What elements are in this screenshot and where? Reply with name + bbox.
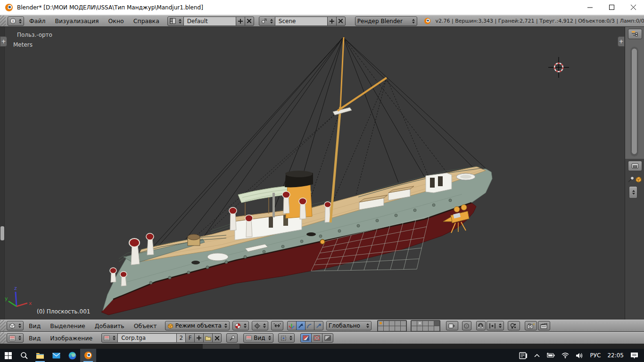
close-button[interactable]: [622, 0, 644, 15]
layer-cell[interactable]: [423, 321, 428, 326]
screen-layout-browse-button[interactable]: [167, 16, 184, 26]
image-pin-button[interactable]: [226, 333, 238, 343]
image-unlink-button[interactable]: [212, 333, 222, 343]
layer-cell[interactable]: [429, 326, 434, 331]
editor-type-selector-image[interactable]: [7, 333, 24, 343]
properties-editor-selector[interactable]: [628, 161, 642, 171]
properties-tab-stepper[interactable]: [629, 186, 637, 198]
search-button[interactable]: [16, 349, 32, 362]
outliner-scrollbar[interactable]: [630, 47, 638, 156]
layer-cell[interactable]: [429, 321, 434, 326]
layer-cell[interactable]: [423, 326, 428, 331]
manipulator-move-button-active[interactable]: [296, 321, 305, 330]
file-explorer-button[interactable]: [32, 349, 48, 362]
blender-taskbar-button[interactable]: [80, 349, 96, 362]
minimize-button[interactable]: [579, 0, 601, 15]
layers-group-1[interactable]: [377, 320, 407, 332]
viewport-shading-selector[interactable]: [232, 321, 249, 330]
menu-object[interactable]: Объект: [130, 322, 161, 329]
menu-image-view[interactable]: Вид: [25, 335, 45, 342]
menu-add[interactable]: Добавить: [91, 322, 129, 329]
image-users-count-button[interactable]: 2: [176, 333, 186, 343]
outliner-scrollbar-thumb[interactable]: [631, 48, 637, 155]
uv-pivot-selector[interactable]: [278, 333, 295, 343]
menu-image[interactable]: Изображение: [46, 335, 97, 342]
header-resize-corner[interactable]: [0, 320, 6, 331]
screen-layout-add-button[interactable]: [236, 16, 245, 26]
news-widgets-icon[interactable]: [519, 352, 528, 359]
editor-type-selector-3dview[interactable]: [7, 321, 24, 330]
layer-cell[interactable]: [401, 321, 406, 326]
image-browse-button[interactable]: [101, 333, 118, 343]
scene-name-field[interactable]: Scene: [275, 16, 328, 26]
menu-file[interactable]: Файл: [25, 17, 50, 25]
action-center-icon[interactable]: [630, 352, 638, 359]
menu-select[interactable]: Выделение: [46, 322, 89, 329]
mail-button[interactable]: [48, 349, 64, 362]
layer-cell[interactable]: [417, 321, 422, 326]
screen-layout-delete-button[interactable]: [245, 16, 254, 26]
layer-cell[interactable]: [395, 326, 400, 331]
outliner-editor-selector[interactable]: [628, 29, 642, 39]
menu-window[interactable]: Окно: [104, 17, 128, 25]
manipulator-rotate-button[interactable]: [305, 321, 314, 330]
fake-user-button[interactable]: F: [185, 333, 195, 343]
clock[interactable]: 22:05: [607, 352, 624, 359]
header-resize-corner[interactable]: [0, 332, 6, 344]
image-name-field[interactable]: Corp.tga: [117, 333, 177, 343]
outliner-panel-collapsed[interactable]: [625, 27, 644, 159]
menu-render[interactable]: Визуализация: [51, 17, 103, 25]
scene-browse-button[interactable]: [259, 16, 275, 26]
scene-add-button[interactable]: [327, 16, 337, 26]
language-indicator[interactable]: РУС: [590, 352, 601, 359]
manipulator-toggle-button[interactable]: [271, 321, 283, 330]
opengl-render-button[interactable]: +: [525, 321, 537, 330]
mode-selector[interactable]: Режим объекта: [165, 321, 230, 330]
screen-layout-name-field[interactable]: Default: [183, 16, 236, 26]
editor-type-selector-info[interactable]: i: [8, 16, 24, 26]
layer-cell[interactable]: [389, 326, 395, 331]
image-new-button[interactable]: [194, 333, 204, 343]
draw-image-button-active[interactable]: [300, 333, 312, 343]
toolshelf-expand-button[interactable]: +: [0, 36, 7, 47]
maximize-button[interactable]: [601, 0, 622, 15]
draw-alpha-button[interactable]: [322, 333, 333, 343]
region-divider-handle[interactable]: [0, 226, 4, 240]
transform-orientation-selector[interactable]: Глобально: [326, 321, 372, 330]
layer-cell[interactable]: [384, 321, 389, 326]
image-open-button[interactable]: [203, 333, 213, 343]
menu-view[interactable]: Вид: [25, 322, 45, 329]
proportional-edit-button[interactable]: [462, 321, 471, 330]
header-resize-corner[interactable]: [0, 16, 6, 26]
menu-help[interactable]: Справка: [129, 17, 164, 25]
properties-region-expand-button[interactable]: +: [618, 36, 625, 47]
snap-toggle-button[interactable]: [476, 321, 486, 330]
layer-cell[interactable]: [378, 321, 383, 326]
layer-cell[interactable]: [412, 326, 417, 331]
manipulator-translate-button[interactable]: [287, 321, 297, 330]
edge-button[interactable]: [64, 349, 80, 362]
layer-cell-active[interactable]: [434, 321, 439, 326]
object-cube-icon[interactable]: [635, 176, 642, 183]
image-display-mode-selector[interactable]: Вид: [243, 333, 273, 343]
scene-delete-button[interactable]: [336, 16, 346, 26]
layer-cell[interactable]: [401, 326, 406, 331]
layer-cell[interactable]: [434, 326, 439, 331]
layer-cell[interactable]: [389, 321, 395, 326]
layer-cell[interactable]: [417, 326, 422, 331]
pivot-point-selector[interactable]: [252, 321, 268, 330]
properties-panel-collapsed[interactable]: [625, 159, 644, 320]
image-editor-content-strip[interactable]: [0, 344, 644, 349]
draw-checker-button[interactable]: [311, 333, 322, 343]
render-visibility-button[interactable]: [508, 321, 520, 330]
snap-element-selector[interactable]: [487, 321, 504, 330]
render-engine-selector[interactable]: Рендер Blender: [355, 16, 417, 26]
start-button[interactable]: [0, 349, 16, 362]
lock-to-scene-button[interactable]: [446, 321, 458, 330]
speaker-icon[interactable]: [576, 353, 583, 359]
wifi-icon[interactable]: [561, 353, 569, 358]
manipulator-scale-button[interactable]: [314, 321, 323, 330]
layer-cell[interactable]: [395, 321, 400, 326]
layer-cell[interactable]: [384, 326, 389, 331]
layer-cell[interactable]: [412, 321, 417, 326]
